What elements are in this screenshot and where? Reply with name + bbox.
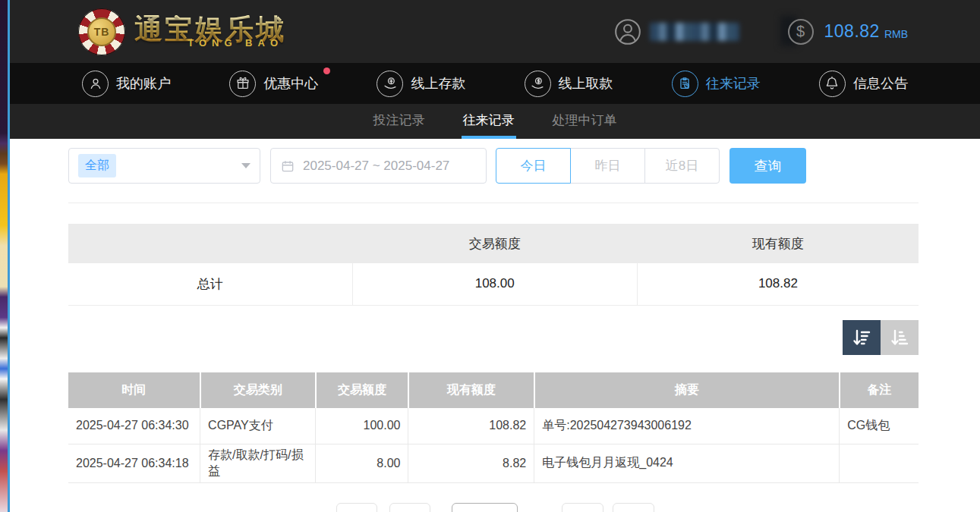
date-range-value: 2025-04-27 ~ 2025-04-27 [303,159,449,174]
nav-label: 线上取款 [559,74,613,93]
selected-type-chip: 全部 [78,154,116,177]
nav-item-withdraw[interactable]: 线上取款 [525,71,613,97]
nav-label: 信息公告 [853,74,908,93]
pagination-button[interactable] [389,503,430,512]
quick-date-group: 今日 昨日 近8日 [496,148,720,184]
nav-label: 线上存款 [411,74,465,93]
summary-total-row: 总计 108.00 108.82 [68,263,919,305]
sort-descending-icon [850,326,873,349]
section-divider [68,203,919,203]
site-logo[interactable]: TB 通宝娱乐城 TONG BAO [78,8,286,55]
sort-ascending-button[interactable] [881,320,919,355]
chip-monogram: TB [87,17,116,46]
user-avatar-icon [613,17,642,46]
bell-icon [819,71,846,97]
cell-time: 2025-04-27 06:34:18 [68,444,200,482]
top-header: TB 通宝娱乐城 TONG BAO $ 108.82 RMB [10,0,980,63]
cell-remark [840,444,919,482]
col-header-remark: 备注 [840,372,919,408]
pagination-button[interactable] [336,503,377,512]
pagination-button[interactable] [562,503,603,512]
nav-item-transaction-records[interactable]: 往来记录 [672,71,761,97]
nav-item-announcements[interactable]: 信息公告 [819,71,908,97]
table-row: 2025-04-27 06:34:30 CGPAY支付 100.00 108.8… [68,408,919,444]
col-header-type: 交易类别 [200,372,316,408]
pagination-current-page[interactable] [452,503,518,512]
nav-label: 优惠中心 [263,74,318,93]
nav-item-promotions[interactable]: 优惠中心 [229,71,318,97]
coin-icon: $ [788,19,814,45]
summary-header-trade: 交易额度 [352,224,637,263]
screen: TB 通宝娱乐城 TONG BAO $ 108.82 RMB [0,0,980,512]
notification-dot [323,68,330,74]
logo-text: 通宝娱乐城 TONG BAO [134,15,286,49]
cell-remark: CG钱包 [840,408,919,444]
chevron-down-icon [241,163,251,168]
col-header-trade-amount: 交易额度 [316,372,408,408]
table-row: 2025-04-27 06:34:18 存款/取款/打码/损益 8.00 8.8… [68,444,919,482]
app-window: TB 通宝娱乐城 TONG BAO $ 108.82 RMB [10,0,980,512]
date-range-input[interactable]: 2025-04-27 ~ 2025-04-27 [270,148,487,184]
balance-amount: 108.82 [824,21,880,42]
summary-header-row: 交易额度 现有额度 [68,224,919,263]
balance-group: $ 108.82 RMB [788,19,908,45]
summary-header-empty [68,224,352,263]
search-button[interactable]: 查询 [729,148,806,184]
tab-betting-records[interactable]: 投注记录 [372,104,427,139]
gift-icon [229,71,256,97]
pagination-button[interactable] [613,503,654,512]
content-area: 全部 2025-04-27 ~ 2025-04-27 今日 昨日 近8日 查询 [10,139,980,512]
balance-currency: RMB [884,24,908,40]
account-summary: $ 108.82 RMB [613,17,908,46]
calendar-icon [280,159,295,174]
casino-chip-icon: TB [78,8,125,55]
cell-summary: 单号:202504273943006192 [534,408,840,444]
summary-header-current: 现有额度 [637,224,919,263]
nav-item-my-account[interactable]: 我的账户 [82,71,171,97]
deposit-icon [377,71,403,97]
records-header-row: 时间 交易类别 交易额度 现有额度 摘要 备注 [68,372,919,408]
pagination [10,503,980,512]
type-select[interactable]: 全部 [68,148,260,184]
nav-label: 往来记录 [706,74,761,93]
cell-trade-amount: 100.00 [316,408,408,444]
record-tabs: 投注记录 往来记录 处理中订单 [10,104,980,139]
today-button[interactable]: 今日 [496,148,571,184]
cell-type: CGPAY支付 [200,408,316,444]
filter-bar: 全部 2025-04-27 ~ 2025-04-27 今日 昨日 近8日 查询 [68,148,806,184]
summary-trade-amount: 108.00 [352,263,637,305]
tab-transaction-records[interactable]: 往来记录 [462,104,516,139]
main-navigation: 我的账户 优惠中心 线上存款 线上取款 [10,63,980,104]
col-header-current-amount: 现有额度 [408,372,534,408]
col-header-time: 时间 [68,372,200,408]
sort-ascending-icon [888,326,911,349]
user-icon [82,71,109,97]
withdraw-icon [525,71,551,97]
cell-current-amount: 108.82 [408,408,534,444]
summary-table: 交易额度 现有额度 总计 108.00 108.82 [68,224,919,306]
last-8-days-button[interactable]: 近8日 [644,148,720,184]
sort-descending-button[interactable] [843,320,881,355]
nav-label: 我的账户 [116,74,171,93]
cell-type: 存款/取款/打码/损益 [200,444,316,482]
summary-current-amount: 108.82 [637,263,919,305]
col-header-summary: 摘要 [534,372,840,408]
tab-processing-orders[interactable]: 处理中订单 [551,104,619,139]
sort-toolbar [843,320,919,355]
yesterday-button[interactable]: 昨日 [570,148,645,184]
cell-summary: 电子钱包月月返现_0424 [534,444,840,482]
cell-current-amount: 8.82 [408,444,534,482]
cell-time: 2025-04-27 06:34:30 [68,408,200,444]
summary-total-label: 总计 [68,263,352,305]
cell-trade-amount: 8.00 [316,444,408,482]
username-blurred [650,23,739,41]
background-window-sliver [0,0,8,512]
nav-item-deposit[interactable]: 线上存款 [377,71,465,97]
records-table: 时间 交易类别 交易额度 现有额度 摘要 备注 2025-04-27 06:34… [68,372,919,483]
records-icon [672,71,698,97]
